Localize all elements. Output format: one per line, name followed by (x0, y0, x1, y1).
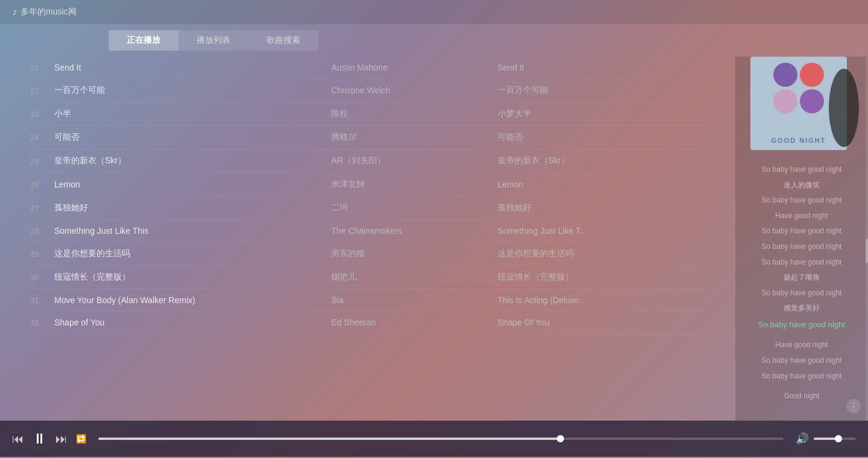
playlist-row[interactable]: 31 Move Your Body (Alan Walker Remix) Si… (30, 289, 705, 312)
tab-playlist[interactable]: 播放列表 (179, 30, 249, 51)
playlist-row[interactable]: 24 可能否 腾格尔 可能否 (30, 126, 705, 149)
row-title: 纽寇情长（完整版） (54, 272, 331, 283)
app-title-text: 多年的music网 (21, 7, 77, 17)
row-artist: 烟把儿 (331, 272, 497, 283)
playlist-row[interactable]: 23 小半 陈粒 小梦大半 (30, 102, 705, 126)
lyric-line: So baby have good night (741, 369, 862, 384)
row-number: 22 (30, 86, 54, 95)
tabs-container: 正在播放 播放列表 歌曲搜索 (0, 24, 868, 57)
playlist-row[interactable]: 29 这是你想要的生活吗 房东的猫 这是你想要的生活吗 (30, 242, 705, 266)
album-cover-container: GOOD NIGHT (750, 57, 853, 153)
row-album: Lemon (498, 180, 705, 189)
header: ♪ 多年的music网 (0, 0, 868, 24)
album-circle (773, 89, 797, 113)
lyric-line: Have good night (741, 209, 862, 224)
playlist-row[interactable]: 21 Send It Austin Mahone Send It (30, 57, 705, 79)
repeat-button[interactable]: 🔁 (76, 434, 86, 444)
progress-area (98, 438, 784, 440)
row-number: 21 (30, 63, 54, 72)
row-album: 皇帝的新衣（Skr） (498, 155, 705, 166)
row-title: Send It (54, 63, 331, 72)
volume-area: 🔊 (796, 432, 856, 445)
playlist-row[interactable]: 22 一百万个可能 Christine Welch 一百万个可能 (30, 79, 705, 102)
album-circle (800, 63, 824, 87)
lyric-line: Have good night (741, 337, 862, 353)
row-number: 30 (30, 273, 54, 282)
row-title: 孤独她好 (54, 202, 331, 213)
row-album: 这是你想要的生活吗 (498, 248, 705, 259)
row-artist: 房东的猫 (331, 248, 497, 259)
row-album: 孤独她好 (498, 202, 705, 213)
row-title: Something Just Like This (54, 226, 331, 236)
volume-dot[interactable] (835, 435, 842, 442)
row-number: 31 (30, 296, 54, 305)
row-title: 可能否 (54, 132, 331, 143)
playlist-row[interactable]: 27 孤独她好 二珂 孤独她好 (30, 196, 705, 220)
player-bar: ⏮ ⏸ ⏭ 🔁 🔊 (0, 421, 868, 457)
row-album: 纽寇情长（完整版） (498, 272, 705, 283)
main-layout: 21 Send It Austin Mahone Send It 22 一百万个… (0, 57, 868, 421)
volume-bar[interactable] (814, 438, 856, 440)
row-title: Lemon (54, 180, 331, 189)
lyric-line: 迷人的微笑 (741, 178, 862, 193)
lyric-line: So baby have good night (741, 255, 862, 271)
lyric-line: So baby have good night (741, 353, 862, 369)
row-title: 小半 (54, 108, 331, 119)
row-artist: 腾格尔 (331, 132, 497, 143)
row-album: 小梦大半 (498, 108, 705, 119)
playlist-row[interactable]: 26 Lemon 米津玄師 Lemon (30, 173, 705, 196)
more-button[interactable]: ⋮ (846, 399, 861, 413)
volume-icon: 🔊 (796, 432, 809, 445)
row-number: 32 (30, 318, 54, 327)
pause-button[interactable]: ⏸ (33, 430, 47, 447)
lyric-line: 感觉多美好 (741, 301, 862, 316)
row-artist: Christine Welch (331, 86, 497, 95)
vinyl-disc (829, 69, 859, 147)
row-album: This Is Acting (Deluxe... (498, 295, 705, 305)
row-title: Shape of You (54, 318, 331, 327)
playlist-row[interactable]: 30 纽寇情长（完整版） 烟把儿 纽寇情长（完整版） (30, 266, 705, 289)
row-artist: AR（刘夫阳） (331, 155, 497, 166)
lyric-line: So baby have good night (741, 193, 862, 209)
progress-dot[interactable] (557, 435, 564, 442)
row-number: 24 (30, 133, 54, 142)
row-artist: Ed Sheeran (331, 318, 497, 327)
album-art-circles (768, 63, 829, 113)
row-title: 一百万个可能 (54, 85, 331, 96)
progress-bar[interactable] (98, 438, 784, 440)
right-panel: GOOD NIGHT So baby have good night迷人的微笑S… (735, 57, 868, 421)
lyric-line: 扬起了嘴角 (741, 270, 862, 286)
lyric-line: So baby have good night (741, 286, 862, 301)
row-number: 27 (30, 204, 54, 213)
row-album: Shape Of You (498, 318, 705, 327)
row-album: 可能否 (498, 132, 705, 143)
playlist: 21 Send It Austin Mahone Send It 22 一百万个… (0, 57, 735, 421)
row-album: 一百万个可能 (498, 85, 705, 96)
row-number: 25 (30, 157, 54, 166)
row-album: Send It (498, 63, 705, 72)
lyric-line: So baby have good night (741, 316, 862, 333)
lyric-line: Good night (741, 389, 862, 404)
tab-search[interactable]: 歌曲搜索 (249, 30, 318, 51)
row-artist: Austin Mahone (331, 63, 497, 72)
lyric-line: So baby have good night (741, 239, 862, 255)
playlist-row[interactable]: 32 Shape of You Ed Sheeran Shape Of You (30, 312, 705, 334)
scrollbar-thumb[interactable] (866, 239, 868, 263)
row-title: 这是你想要的生活吗 (54, 248, 331, 259)
row-artist: 米津玄師 (331, 179, 497, 190)
row-album: Something Just Like T... (498, 226, 705, 236)
row-title: 皇帝的新衣（Skr） (54, 155, 331, 166)
row-artist: Sia (331, 295, 497, 305)
scrollbar-track[interactable] (866, 57, 868, 421)
tab-playing[interactable]: 正在播放 (109, 30, 179, 51)
next-button[interactable]: ⏭ (55, 432, 68, 446)
row-number: 23 (30, 110, 54, 119)
player-controls: ⏮ ⏸ ⏭ 🔁 (12, 430, 86, 447)
row-title: Move Your Body (Alan Walker Remix) (54, 295, 331, 305)
playlist-row[interactable]: 28 Something Just Like This The Chainsmo… (30, 220, 705, 242)
playlist-row[interactable]: 25 皇帝的新衣（Skr） AR（刘夫阳） 皇帝的新衣（Skr） (30, 149, 705, 173)
prev-button[interactable]: ⏮ (12, 432, 24, 446)
row-number: 26 (30, 180, 54, 189)
row-artist: 陈粒 (331, 108, 497, 119)
app-title: ♪ 多年的music网 (12, 7, 77, 17)
